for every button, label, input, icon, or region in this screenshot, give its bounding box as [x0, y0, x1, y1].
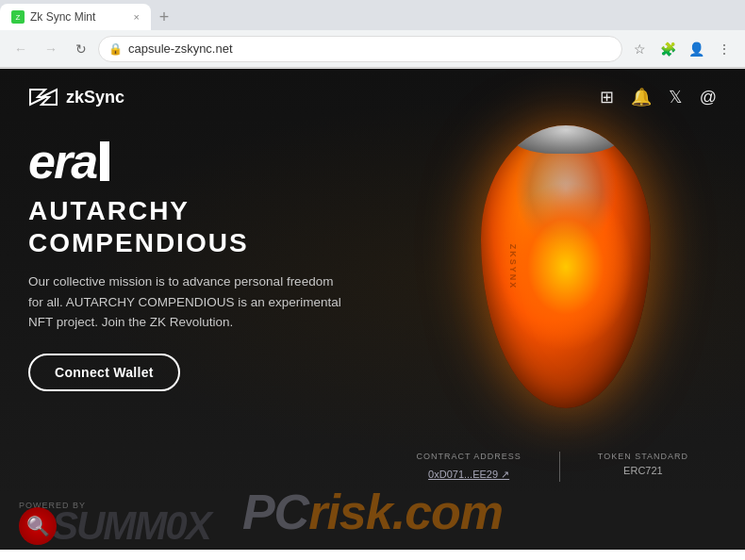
nav-actions: ☆ 🧩 👤 ⋮: [626, 36, 737, 62]
token-standard-label: TOKEN STANDARD: [598, 452, 688, 461]
contract-address-label: CONTRACT ADDRESS: [416, 452, 521, 461]
capsule-shape: ZKSYNX: [481, 125, 651, 408]
era-cursor: [100, 141, 109, 181]
token-standard-block: TOKEN STANDARD ERC721: [598, 452, 688, 482]
nav-bar: ← → ↻ 🔒 capsule-zskync.net ☆ 🧩 👤 ⋮: [0, 30, 745, 68]
footer-brand-text: SUMM0X: [52, 503, 210, 549]
profile-button[interactable]: 👤: [683, 36, 709, 62]
lock-icon: 🔒: [108, 42, 123, 56]
hero-description: Our collective mission is to advance per…: [28, 272, 349, 333]
tab-title: Zk Sync Mint: [30, 10, 95, 24]
footer-logo: SUMM0X: [19, 503, 210, 549]
social-icons-group: ⊞ 🔔 𝕏 @: [600, 87, 717, 107]
url-text: capsule-zskync.net: [128, 41, 233, 56]
twitter-icon[interactable]: 𝕏: [669, 87, 683, 107]
capsule-illustration: ZKSYNX: [443, 125, 688, 446]
back-button[interactable]: ←: [8, 36, 34, 62]
connect-wallet-button[interactable]: Connect Wallet: [28, 354, 180, 391]
hero-title: AUTARCHY COMPENDIOUS: [28, 195, 368, 258]
contract-info: CONTRACT ADDRESS 0xD071...EE29 ↗ TOKEN S…: [0, 440, 745, 493]
active-tab[interactable]: Z Zk Sync Mint ×: [0, 4, 151, 30]
site-logo: zkSync: [28, 86, 124, 108]
browser-chrome: Z Zk Sync Mint × + ← → ↻ 🔒 capsule-zskyn…: [0, 0, 745, 69]
menu-button[interactable]: ⋮: [711, 36, 737, 62]
hero-section: era AUTARCHY COMPENDIOUS Our collective …: [0, 118, 396, 410]
address-bar[interactable]: 🔒 capsule-zskync.net: [98, 36, 622, 62]
tab-bar: Z Zk Sync Mint × +: [0, 0, 745, 30]
zksync-logo-icon: [28, 86, 58, 108]
capsule-glow: [498, 182, 634, 352]
bell-icon[interactable]: 🔔: [631, 87, 652, 107]
era-text: era: [28, 137, 96, 186]
bookmark-button[interactable]: ☆: [626, 36, 653, 62]
site-header: zkSync ⊞ 🔔 𝕏 @: [0, 69, 745, 118]
tab-favicon: Z: [11, 10, 25, 24]
tab-close-button[interactable]: ×: [134, 11, 140, 23]
page-footer: POWERED BY SUMM0X PCrisk.com: [0, 493, 745, 550]
token-standard-value: ERC721: [598, 465, 688, 476]
era-logo: era: [28, 137, 368, 186]
forward-button[interactable]: →: [38, 36, 64, 62]
contract-address-block: CONTRACT ADDRESS 0xD071...EE29 ↗: [416, 452, 521, 482]
capsule-text: ZKSYNX: [508, 244, 518, 290]
new-tab-button[interactable]: +: [151, 4, 177, 30]
title-line1: AUTARCHY: [28, 195, 368, 227]
at-icon[interactable]: @: [700, 88, 717, 107]
title-line2: COMPENDIOUS: [28, 227, 368, 259]
logo-text: zkSync: [66, 88, 124, 107]
extensions-button[interactable]: 🧩: [654, 36, 681, 62]
info-divider: [559, 452, 560, 482]
reload-button[interactable]: ↻: [68, 36, 94, 62]
page-content: zkSync ⊞ 🔔 𝕏 @ era AUTARCHY COMPENDIOUS …: [0, 69, 745, 493]
capsule-top: [509, 125, 622, 154]
summox-icon: [19, 507, 57, 545]
contract-address-value[interactable]: 0xD071...EE29 ↗: [428, 469, 509, 480]
discord-icon[interactable]: ⊞: [600, 87, 614, 107]
